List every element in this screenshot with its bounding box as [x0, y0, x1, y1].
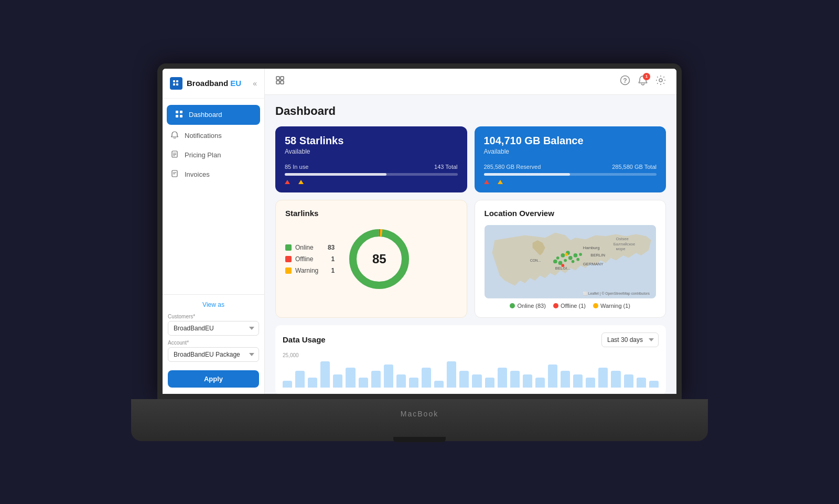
gb-red-triangle: [484, 180, 489, 184]
progress-bar-wrap: [285, 173, 458, 176]
map-legend-online: Online (83): [510, 303, 545, 309]
help-icon[interactable]: ?: [620, 75, 630, 88]
bar-col: [434, 381, 444, 388]
map-legend-offline-label: Offline (1): [561, 303, 586, 309]
data-usage-title: Data Usage: [283, 335, 326, 344]
svg-text:Балтийское: Балтийское: [613, 241, 635, 246]
svg-text:GERMANY: GERMANY: [583, 262, 603, 266]
bar-col: [346, 368, 355, 388]
bar-col: [637, 378, 646, 388]
page-content: Dashboard 58 Starlinks Available 85 In u…: [265, 95, 676, 394]
offline-dot: [285, 256, 292, 262]
svg-rect-15: [276, 77, 279, 80]
online-value: 83: [322, 244, 335, 251]
bar-col: [624, 374, 633, 388]
account-label: Account*: [168, 340, 259, 346]
gb-progress-bar: [484, 173, 571, 176]
offline-label: Offline: [295, 255, 313, 263]
marker-red: [285, 180, 290, 184]
sidebar-item-invoices[interactable]: Invoices: [163, 165, 264, 184]
progress-markers: [285, 180, 458, 184]
customers-select[interactable]: BroadBandEU: [168, 321, 259, 336]
collapse-icon[interactable]: «: [253, 79, 257, 88]
sidebar-item-notifications[interactable]: Notifications: [163, 126, 264, 145]
legend-offline: Offline 1: [285, 255, 335, 263]
main-content: ? 1: [265, 69, 676, 394]
svg-point-35: [576, 258, 579, 261]
offline-value: 1: [322, 255, 335, 263]
bar-col: [283, 381, 292, 388]
location-overview-title: Location Overview: [485, 209, 657, 218]
donut-chart: 85: [345, 225, 413, 293]
bar-col: [472, 374, 481, 388]
bar-col: [295, 371, 305, 387]
bar-col: [308, 378, 317, 388]
settings-icon[interactable]: [655, 75, 666, 88]
bar-col: [598, 368, 608, 388]
sidebar-item-dashboard[interactable]: Dashboard: [167, 105, 260, 125]
svg-rect-1: [176, 80, 178, 82]
apply-button[interactable]: Apply: [168, 370, 259, 388]
pricing-plan-icon: [170, 151, 179, 159]
page-title: Dashboard: [275, 104, 666, 118]
expand-icon[interactable]: [275, 76, 285, 87]
notifications-icon: [170, 131, 179, 140]
svg-point-30: [564, 259, 567, 262]
map-legend-warning-label: Warning (1): [600, 303, 630, 309]
svg-rect-6: [176, 115, 178, 117]
svg-rect-5: [180, 111, 182, 113]
starlinks-chart-title: Starlinks: [285, 209, 457, 218]
map-placeholder: Hamburg BERLIN GERMANY BELGI... Ostsee Б…: [485, 225, 657, 298]
bar-col: [447, 361, 456, 388]
period-select[interactable]: Last 30 days Last 7 days Last 90 days: [601, 333, 659, 347]
account-select[interactable]: BroadBandEU Package: [168, 347, 259, 362]
sidebar-item-label: Notifications: [185, 132, 222, 140]
reserved-label: 285,580 GB Reserved: [484, 164, 541, 170]
bar-col: [459, 371, 469, 387]
progress-bar: [285, 173, 386, 176]
notification-icon[interactable]: 1: [638, 75, 648, 88]
gb-balance-title: 104,710 GB Balance: [484, 135, 657, 147]
svg-rect-7: [180, 115, 182, 117]
svg-point-21: [659, 79, 662, 82]
svg-text:?: ?: [623, 77, 627, 84]
svg-point-39: [565, 253, 568, 256]
svg-rect-4: [176, 111, 178, 113]
svg-text:CON...: CON...: [530, 258, 541, 262]
sidebar-item-label: Pricing Plan: [185, 151, 221, 159]
warning-dot: [285, 267, 292, 274]
gb-total-label: 285,580 GB Total: [612, 164, 657, 170]
bar-col: [548, 364, 557, 388]
svg-text:Hamburg: Hamburg: [583, 245, 599, 250]
dashboard-icon: [174, 110, 184, 120]
svg-point-32: [558, 261, 562, 265]
view-as-label: View as: [168, 301, 259, 308]
bar-col: [396, 374, 406, 388]
gb-balance-subtitle: Available: [484, 148, 657, 155]
marker-yellow: [298, 180, 304, 184]
svg-point-29: [568, 255, 572, 260]
red-triangle: [285, 180, 290, 184]
svg-text:BERLIN: BERLIN: [590, 252, 605, 257]
gb-progress-bar-wrap: [484, 173, 657, 176]
yellow-triangle: [298, 180, 304, 184]
total-label: 143 Total: [434, 164, 457, 170]
legend-online: Online 83: [285, 244, 335, 251]
online-dot: [285, 244, 292, 251]
gb-marker-yellow: [498, 180, 503, 184]
svg-text:⬜ Leaflet | © OpenStreetMap co: ⬜ Leaflet | © OpenStreetMap contributors: [583, 291, 650, 296]
customers-group: Customers* BroadBandEU: [168, 314, 259, 336]
map-legend: Online (83) Offline (1) Warning (1): [485, 303, 657, 309]
top-bar: ? 1: [265, 69, 676, 95]
customers-label: Customers*: [168, 314, 259, 319]
bar-col: [649, 381, 659, 388]
legend-warning: Warning 1: [285, 267, 335, 274]
sidebar-item-pricing-plan[interactable]: Pricing Plan: [163, 145, 264, 165]
stat-cards-row: 58 Starlinks Available 85 In use 143 Tot…: [275, 126, 666, 192]
charts-row: Starlinks Online 83: [275, 200, 666, 318]
invoices-icon: [170, 170, 179, 179]
sidebar: Broadband EU «: [163, 69, 265, 394]
svg-point-33: [556, 256, 559, 259]
svg-point-31: [571, 260, 574, 263]
starlinks-card: 58 Starlinks Available 85 In use 143 Tot…: [275, 126, 467, 192]
